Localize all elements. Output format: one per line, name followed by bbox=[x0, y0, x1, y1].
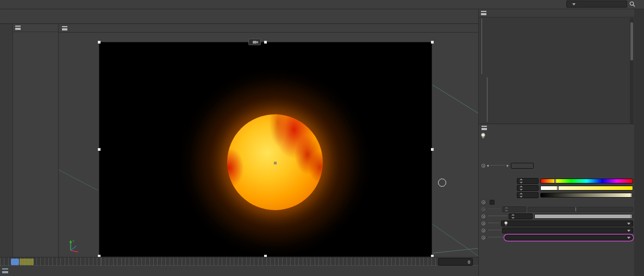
color-swatch[interactable] bbox=[511, 163, 534, 169]
viewport-menubar bbox=[59, 24, 478, 33]
use-color-temp-row bbox=[480, 199, 633, 206]
keyframe-dot[interactable] bbox=[482, 164, 485, 168]
object-manager-list bbox=[479, 17, 634, 124]
color-temp-slider[interactable] bbox=[528, 207, 633, 212]
layout-control bbox=[564, 1, 635, 8]
menu-icon[interactable] bbox=[481, 11, 486, 15]
attribute-tabs-row1 bbox=[480, 140, 633, 147]
h-input[interactable] bbox=[517, 178, 539, 184]
v-input[interactable] bbox=[517, 192, 539, 198]
shadow-type-dropdown[interactable] bbox=[502, 228, 633, 234]
s-input[interactable] bbox=[517, 185, 539, 191]
use-color-temp-checkbox[interactable] bbox=[490, 200, 495, 205]
color-temp-row bbox=[480, 206, 633, 213]
current-frame-marker[interactable] bbox=[11, 259, 19, 265]
camera-icon bbox=[253, 40, 258, 44]
main-menubar bbox=[0, 0, 644, 9]
intensity-slider[interactable] bbox=[534, 214, 633, 219]
visible-light-row bbox=[480, 234, 633, 241]
menu-icon[interactable] bbox=[482, 126, 487, 130]
search-icon[interactable] bbox=[629, 1, 635, 7]
keyframe-dot[interactable] bbox=[482, 229, 485, 232]
light-type-dropdown[interactable] bbox=[501, 220, 633, 226]
mode-toolbar bbox=[0, 24, 13, 257]
value-row bbox=[480, 192, 633, 199]
layout-select[interactable] bbox=[566, 1, 627, 8]
material-menu bbox=[13, 24, 58, 32]
right-dock-tabs bbox=[634, 9, 644, 276]
status-bar bbox=[0, 266, 478, 276]
attribute-title bbox=[480, 132, 633, 140]
timeline-ticks bbox=[0, 257, 436, 266]
axis-gizmo-icon: Y bbox=[65, 237, 82, 254]
material-grid bbox=[13, 32, 58, 33]
color-picker-toolbar bbox=[480, 169, 633, 177]
intensity-input[interactable] bbox=[509, 213, 533, 219]
timeline-range[interactable] bbox=[20, 259, 34, 265]
chevron-down-icon bbox=[572, 3, 576, 5]
attribute-manager: ▾ ▾ bbox=[479, 124, 635, 276]
keyframe-dot[interactable] bbox=[482, 214, 485, 218]
shadow-type-row bbox=[480, 227, 633, 234]
menu-icon[interactable] bbox=[15, 26, 21, 30]
material-manager bbox=[13, 24, 59, 257]
s-slider[interactable] bbox=[540, 186, 633, 191]
color-row: ▾ ▾ bbox=[480, 162, 633, 169]
keyframe-dot[interactable] bbox=[482, 222, 485, 225]
svg-text:Y: Y bbox=[72, 240, 74, 243]
cinema4d-window: Y bbox=[0, 0, 644, 276]
light-bulb-icon bbox=[504, 221, 508, 226]
v-slider[interactable] bbox=[540, 193, 633, 198]
timeline-ruler[interactable] bbox=[0, 257, 478, 266]
right-panel: ▾ ▾ bbox=[478, 9, 634, 276]
menu-icon[interactable] bbox=[62, 26, 67, 30]
tree-line bbox=[482, 19, 482, 74]
section-header[interactable] bbox=[480, 155, 633, 162]
hue-row bbox=[480, 177, 633, 185]
frame-count-box[interactable] bbox=[438, 258, 473, 266]
saturation-row bbox=[480, 185, 633, 192]
light-handle[interactable] bbox=[438, 179, 446, 187]
frame-handle[interactable] bbox=[264, 41, 267, 44]
frame-handle[interactable] bbox=[431, 148, 434, 151]
light-type-row bbox=[480, 220, 633, 227]
camera-label[interactable] bbox=[248, 39, 261, 45]
intensity-row bbox=[480, 213, 633, 220]
object-pivot[interactable] bbox=[274, 162, 277, 164]
main-toolbar bbox=[0, 9, 478, 24]
object-manager-menubar bbox=[479, 9, 634, 17]
color-temp-input[interactable] bbox=[502, 206, 526, 212]
visible-light-dropdown[interactable] bbox=[504, 235, 633, 241]
viewport[interactable]: Y bbox=[59, 24, 478, 257]
h-slider[interactable] bbox=[540, 179, 633, 183]
camera-film-frame[interactable] bbox=[99, 42, 432, 257]
tree-line bbox=[487, 77, 487, 122]
frame-handle[interactable] bbox=[98, 41, 101, 44]
keyframe-dot[interactable] bbox=[482, 200, 485, 204]
frame-handle[interactable] bbox=[431, 41, 434, 44]
frame-handle[interactable] bbox=[98, 148, 101, 151]
menu-icon[interactable] bbox=[2, 268, 8, 273]
scrollbar[interactable] bbox=[630, 18, 634, 124]
viewport-area[interactable]: Y bbox=[59, 33, 478, 257]
keyframe-dot[interactable] bbox=[482, 236, 485, 240]
light-bulb-icon bbox=[480, 133, 486, 139]
attribute-tabs-row2 bbox=[480, 148, 633, 155]
attribute-menubar bbox=[480, 124, 633, 132]
scrollbar-thumb[interactable] bbox=[630, 22, 633, 60]
